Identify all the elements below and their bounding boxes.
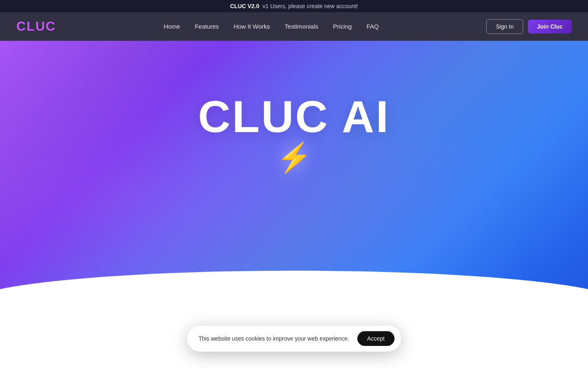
nav-links: Home Features How It Works Testimonials …	[164, 23, 379, 30]
nav-features[interactable]: Features	[195, 23, 219, 30]
nav-home[interactable]: Home	[164, 23, 180, 30]
nav-pricing[interactable]: Pricing	[333, 23, 352, 30]
cookie-accept-button[interactable]: Accept	[357, 331, 394, 346]
navbar: CLUC Home Features How It Works Testimon…	[0, 12, 588, 41]
cookie-message: This website uses cookies to improve you…	[198, 335, 349, 342]
logo[interactable]: CLUC	[16, 19, 56, 34]
cookie-banner: This website uses cookies to improve you…	[187, 325, 401, 352]
nav-actions: Sign In Join Cluc	[486, 19, 572, 34]
nav-how-it-works[interactable]: How It Works	[234, 23, 270, 30]
hero-title: CLUC AI	[198, 94, 390, 139]
announcement-bar: CLUC V2.0 v1 Users, please create new ac…	[0, 0, 588, 12]
lightning-icon: ⚡	[276, 143, 312, 172]
announcement-message: v1 Users, please create new account!	[263, 3, 358, 9]
nav-testimonials[interactable]: Testimonials	[285, 23, 318, 30]
signin-button[interactable]: Sign In	[486, 19, 523, 34]
nav-faq[interactable]: FAQ	[366, 23, 379, 30]
join-button[interactable]: Join Cluc	[528, 20, 572, 34]
hero-section: CLUC AI ⚡	[0, 41, 588, 352]
version-badge: CLUC V2.0	[230, 3, 259, 9]
hero-content: CLUC AI ⚡	[198, 94, 390, 172]
